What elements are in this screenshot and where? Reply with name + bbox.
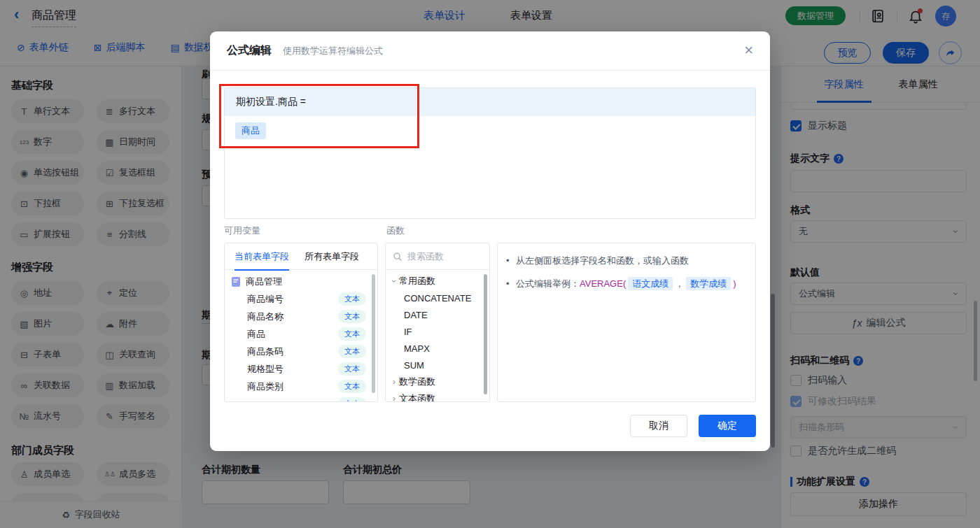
function-group-common[interactable]: ›常用函数: [386, 273, 489, 290]
variable-name: 商品编号: [247, 293, 338, 306]
hint-function-close: ): [733, 278, 736, 289]
function-group-label: 数学函数: [399, 376, 435, 388]
variable-field-row[interactable]: 商品条码文本: [225, 343, 377, 360]
modal-header: 公式编辑 使用数学运算符编辑公式 ×: [210, 31, 770, 71]
variable-name: 规格型号: [247, 363, 338, 376]
functions-heading: 函数: [386, 224, 405, 237]
hints-panel: 从左侧面板选择字段名和函数，或输入函数 公式编辑举例：AVERAGE(语文成绩，…: [497, 243, 756, 402]
variable-field-row[interactable]: 规格型号文本: [225, 360, 377, 378]
chevron-expanded-icon: ›: [389, 280, 399, 283]
formula-edit-modal: 公式编辑 使用数学运算符编辑公式 × 期初设置.商品 = 商品 可用变量 函数 …: [210, 31, 770, 451]
chevron-collapsed-icon: ›: [393, 394, 396, 402]
formula-editor-area[interactable]: 期初设置.商品 =: [224, 87, 756, 219]
modal-title: 公式编辑: [227, 43, 272, 58]
cancel-button[interactable]: 取消: [630, 415, 687, 437]
chevron-collapsed-icon: ›: [393, 377, 396, 387]
variable-field-row[interactable]: 商品编号文本: [225, 290, 377, 308]
variable-name: 商品条码: [247, 345, 338, 358]
hint-comma: ，: [675, 278, 684, 289]
type-badge: 文本: [338, 397, 366, 402]
tree-root-label: 商品管理: [246, 276, 282, 288]
type-badge: 文本: [338, 362, 366, 376]
hint-function-open: AVERAGE(: [580, 278, 626, 289]
variable-field-row[interactable]: 商品文本: [225, 325, 377, 343]
variable-field-row[interactable]: 商品类别文本: [225, 378, 377, 395]
variables-scrollbar[interactable]: [372, 274, 375, 393]
variable-name: 商品名称: [247, 311, 338, 323]
app-root: ‹ 商品管理 表单设计 表单设置 数据管理 存 ⊘ 表单外链 ⊠ 后端脚本: [0, 0, 980, 528]
close-icon[interactable]: ×: [744, 43, 753, 58]
hint-arg-tag: 数学成绩: [686, 277, 731, 290]
variable-name: 商品: [247, 328, 338, 341]
variables-panel: 当前表单字段 所有表单字段 商品管理 商品编号文本 商品名称文本 商品文本 商品…: [224, 243, 378, 402]
type-badge: 文本: [338, 345, 366, 358]
formula-target-row: 期初设置.商品 =: [225, 88, 755, 116]
type-badge: 文本: [338, 292, 366, 306]
hint-line-2: 公式编辑举例：AVERAGE(语文成绩，数学成绩): [516, 277, 746, 291]
confirm-button[interactable]: 确定: [699, 415, 756, 437]
function-search-input[interactable]: [407, 251, 477, 262]
function-item[interactable]: MAPX: [386, 340, 489, 357]
hint-line-1: 从左侧面板选择字段名和函数，或输入函数: [516, 254, 746, 268]
function-item[interactable]: DATE: [386, 306, 489, 323]
type-badge: 文本: [338, 310, 366, 323]
formula-token-product[interactable]: 商品: [235, 122, 266, 139]
modal-subtitle: 使用数学运算符编辑公式: [283, 45, 383, 57]
hint-arg-tag: 语文成绩: [628, 277, 673, 290]
functions-scrollbar[interactable]: [484, 274, 487, 394]
function-item[interactable]: SUM: [386, 357, 489, 373]
function-group-label: 文本函数: [399, 392, 435, 402]
variables-tabs: 当前表单字段 所有表单字段: [225, 243, 377, 270]
variable-field-row[interactable]: 商品名称文本: [225, 308, 377, 325]
tab-all-form-fields[interactable]: 所有表单字段: [304, 250, 359, 263]
function-item[interactable]: CONCATENATE: [386, 290, 489, 306]
function-search[interactable]: [386, 243, 489, 270]
type-badge: 文本: [338, 380, 366, 393]
function-group-text[interactable]: ›文本函数: [386, 390, 489, 402]
function-group-math[interactable]: ›数学函数: [386, 373, 489, 390]
variables-tree-root[interactable]: 商品管理: [225, 273, 377, 290]
tab-current-form-fields[interactable]: 当前表单字段: [234, 250, 289, 263]
variable-field-row[interactable]: 文本: [225, 395, 377, 402]
variable-name: 商品类别: [247, 380, 338, 393]
functions-panel: ›常用函数 CONCATENATE DATE IF MAPX SUM ›数学函数…: [385, 243, 490, 402]
search-icon: [393, 252, 402, 262]
function-item[interactable]: IF: [386, 323, 489, 340]
function-group-label: 常用函数: [399, 275, 435, 287]
document-icon: [232, 277, 240, 287]
hint-example-prefix: 公式编辑举例：: [516, 278, 580, 289]
type-badge: 文本: [338, 327, 366, 341]
variables-heading: 可用变量: [224, 224, 260, 237]
